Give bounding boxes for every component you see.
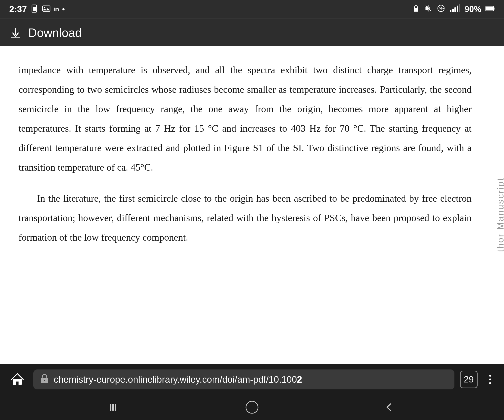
svg-point-18 [489,375,491,377]
lock-status-icon [412,4,420,14]
mute-icon [424,4,433,14]
sim-icon [31,4,39,14]
svg-rect-11 [459,4,460,12]
back-button[interactable] [380,398,398,417]
page-number: 29 [464,375,474,384]
image-icon [42,4,50,14]
status-bar: 2:37 in • [0,0,504,18]
svg-rect-22 [112,404,114,411]
status-time: 2:37 [9,4,27,14]
svg-rect-13 [494,7,494,10]
svg-point-20 [489,382,491,384]
svg-text:4G+: 4G+ [439,7,444,10]
battery-percent: 90% [465,4,481,14]
recent-apps-button[interactable] [106,398,124,417]
svg-point-19 [489,378,491,380]
dot-indicator: • [62,4,65,15]
status-icons-left: in • [31,4,65,15]
linkedin-icon: in [53,6,59,13]
data-icon: 4G+ [437,4,445,14]
svg-point-3 [44,7,45,8]
svg-rect-14 [486,7,493,10]
browser-home-button[interactable] [7,369,28,390]
url-text: chemistry-europe.onlinelibrary.wiley.com… [54,374,302,385]
status-bar-left: 2:37 in • [9,4,65,15]
svg-point-24 [246,401,258,413]
content-paragraph-1: impedance with temperature is observed, … [18,60,486,177]
url-lock-icon [40,373,49,386]
main-content: thor Manuscript impedance with temperatu… [0,46,504,364]
svg-rect-10 [457,6,458,12]
svg-rect-23 [115,404,116,411]
browser-bar: chemistry-europe.onlinelibrary.wiley.com… [0,364,504,395]
page-number-badge[interactable]: 29 [460,371,478,388]
svg-rect-9 [454,7,456,12]
battery-icon [486,5,495,14]
browser-url-bar[interactable]: chemistry-europe.onlinelibrary.wiley.com… [33,370,454,390]
svg-rect-2 [43,6,50,11]
status-bar-right: 4G+ 90% [412,4,495,14]
content-paragraph-2: In the literature, the first semicircle … [18,189,486,247]
download-button[interactable]: Download [28,26,82,40]
url-text-bold: 2 [297,374,302,384]
url-text-main: chemistry-europe.onlinelibrary.wiley.com… [54,374,297,384]
svg-rect-1 [33,7,36,11]
navigation-bar [0,395,504,420]
svg-rect-4 [414,8,418,12]
download-icon [9,26,22,39]
watermark-text: thor Manuscript [496,177,504,252]
svg-rect-7 [450,10,451,12]
toolbar[interactable]: Download [0,18,504,46]
svg-rect-21 [110,404,111,411]
more-menu-button[interactable] [483,374,497,385]
svg-point-17 [44,380,45,381]
signal-icon [449,4,461,14]
home-button[interactable] [243,398,261,417]
svg-rect-8 [452,9,454,12]
watermark-container: thor Manuscript [490,65,504,364]
